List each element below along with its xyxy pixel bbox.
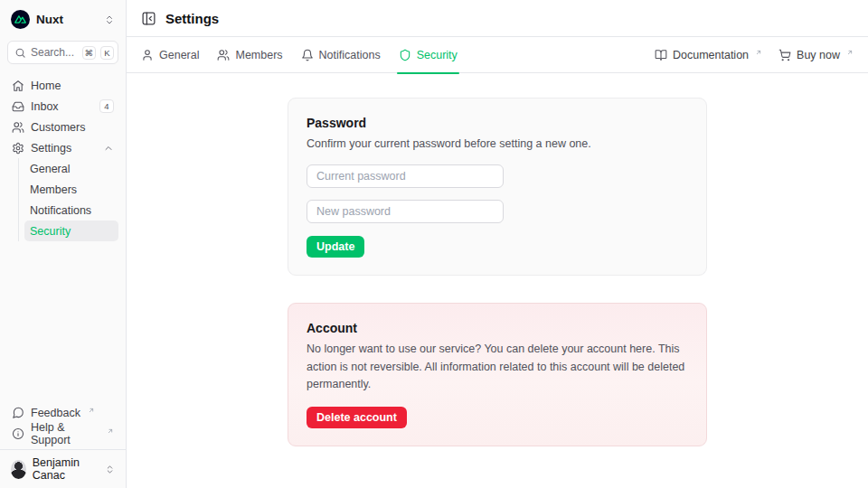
chat-bubble-icon xyxy=(12,407,24,419)
sidebar-item-notifications[interactable]: Notifications xyxy=(24,200,118,221)
sidebar-nav: Home Inbox 4 Customers Settings xyxy=(7,75,118,241)
tab-label: Security xyxy=(417,49,458,61)
documentation-label: Documentation xyxy=(673,49,749,61)
sidebar-item-label: Customers xyxy=(31,121,85,134)
sidebar-item-members[interactable]: Members xyxy=(24,179,118,200)
password-card-description: Confirm your current password before set… xyxy=(307,136,688,153)
sidebar-item-label: Notifications xyxy=(30,204,91,217)
workspace-switcher[interactable]: Nuxt xyxy=(7,7,118,32)
sidebar-footer: Feedback Help & Support xyxy=(7,402,118,449)
sidebar-item-label: Members xyxy=(30,183,77,196)
kbd-cmd: ⌘ xyxy=(82,46,97,60)
tab-security[interactable]: Security xyxy=(399,37,458,73)
external-link-icon xyxy=(88,407,95,414)
user-menu[interactable]: Benjamin Canac xyxy=(0,449,126,488)
sidebar-item-label: Security xyxy=(30,225,71,238)
account-card: Account No longer want to use our servic… xyxy=(288,303,707,446)
bell-icon xyxy=(301,49,314,61)
update-password-button[interactable]: Update xyxy=(307,236,364,258)
external-link-icon xyxy=(107,427,114,435)
help-support-label: Help & Support xyxy=(31,421,99,446)
password-card: Password Confirm your current password b… xyxy=(288,98,707,276)
gear-icon xyxy=(12,142,24,155)
external-link-icon xyxy=(755,49,762,56)
sidebar: Nuxt Search... ⌘ K Home Inbox 4 xyxy=(0,0,127,488)
settings-content: Password Confirm your current password b… xyxy=(127,73,868,488)
info-circle-icon xyxy=(12,427,24,440)
tab-label: Notifications xyxy=(319,49,381,61)
sidebar-item-security[interactable]: Security xyxy=(24,221,118,241)
external-link-icon xyxy=(846,49,854,56)
buy-now-link[interactable]: Buy now xyxy=(778,49,854,61)
search-icon xyxy=(14,47,26,59)
search-input[interactable]: Search... ⌘ K xyxy=(7,41,118,64)
nuxt-logo-icon xyxy=(11,10,30,29)
chevron-up-icon xyxy=(103,143,114,154)
sidebar-item-label: Settings xyxy=(31,142,71,155)
chevrons-up-down-icon xyxy=(104,14,115,25)
users-icon xyxy=(217,49,230,61)
chevrons-up-down-icon xyxy=(105,465,115,474)
tab-general[interactable]: General xyxy=(141,37,199,73)
user-name: Benjamin Canac xyxy=(33,456,99,482)
new-password-input[interactable] xyxy=(307,200,504,223)
sidebar-item-customers[interactable]: Customers xyxy=(7,117,118,137)
main-panel: Settings General Members Notifications S… xyxy=(127,0,868,488)
search-placeholder: Search... xyxy=(31,46,78,59)
collapse-sidebar-button[interactable] xyxy=(141,11,156,26)
tab-label: General xyxy=(159,49,199,61)
inbox-count-badge: 4 xyxy=(99,99,114,113)
settings-subnav: General Members Notifications Security xyxy=(18,158,118,241)
sidebar-item-label: General xyxy=(30,163,70,175)
sidebar-item-label: Inbox xyxy=(31,100,59,113)
inbox-icon xyxy=(12,100,24,113)
sidebar-item-home[interactable]: Home xyxy=(7,75,118,96)
workspace-name: Nuxt xyxy=(36,13,63,26)
sidebar-item-inbox[interactable]: Inbox 4 xyxy=(7,96,118,117)
tabbar-actions: Documentation Buy now xyxy=(655,49,854,61)
feedback-label: Feedback xyxy=(31,407,80,419)
shopping-cart-icon xyxy=(778,49,791,61)
users-icon xyxy=(12,121,24,134)
delete-account-button[interactable]: Delete account xyxy=(307,407,407,428)
sidebar-spacer xyxy=(7,241,118,402)
tab-members[interactable]: Members xyxy=(217,37,282,73)
book-open-icon xyxy=(655,49,667,61)
help-support-link[interactable]: Help & Support xyxy=(7,423,118,444)
avatar xyxy=(11,460,26,479)
current-password-input[interactable] xyxy=(307,164,504,188)
sidebar-item-general[interactable]: General xyxy=(24,158,118,179)
home-icon xyxy=(12,80,24,92)
password-card-title: Password xyxy=(307,116,688,130)
settings-tabbar: General Members Notifications Security xyxy=(127,37,868,73)
account-card-description: No longer want to use our service? You c… xyxy=(307,341,688,393)
page-header: Settings xyxy=(127,0,868,37)
page-title: Settings xyxy=(165,11,219,26)
kbd-k: K xyxy=(100,46,114,60)
tab-label: Members xyxy=(235,49,282,61)
buy-now-label: Buy now xyxy=(797,49,840,61)
user-icon xyxy=(141,49,154,61)
sidebar-item-label: Home xyxy=(31,80,61,92)
sidebar-item-settings[interactable]: Settings xyxy=(7,137,118,158)
tab-notifications[interactable]: Notifications xyxy=(301,37,381,73)
shield-icon xyxy=(399,49,411,61)
account-card-title: Account xyxy=(307,321,688,335)
documentation-link[interactable]: Documentation xyxy=(655,49,762,61)
